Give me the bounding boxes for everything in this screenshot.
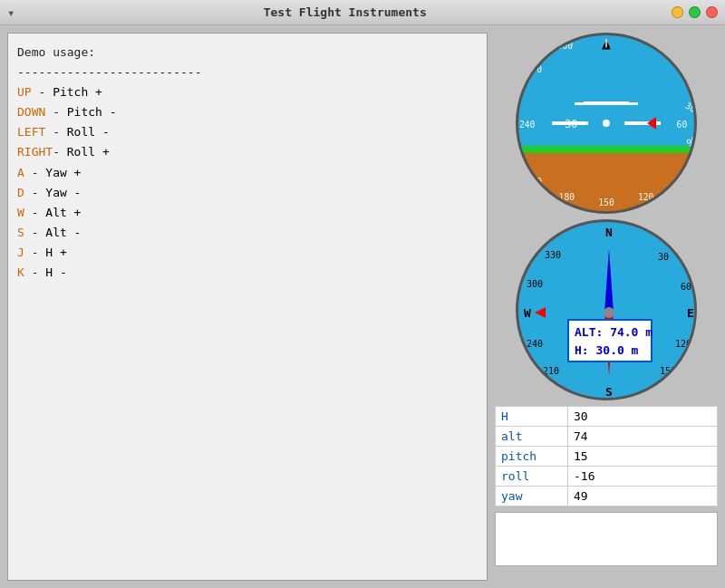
cmd-label: Alt - [45,226,81,239]
cmd-label: Alt + [45,206,81,219]
cmd-label: Yaw + [45,166,81,179]
close-button[interactable] [706,6,718,18]
table-row: yaw49 [496,487,718,506]
demo-line: W - Alt + [17,203,478,223]
cmd-label: Yaw - [45,186,81,199]
left-panel: Demo usage: -------------------------- U… [7,33,488,581]
svg-text:S: S [605,385,613,399]
svg-text:N: N [605,226,613,239]
demo-line: UP - Pitch + [17,82,478,102]
demo-separator: -------------------------- [17,63,478,82]
table-label: yaw [496,487,568,506]
svg-marker-26 [604,249,614,313]
svg-text:ALT:  74.0 m: ALT: 74.0 m [575,325,652,339]
demo-line: DOWN - Pitch - [17,102,478,122]
svg-text:30: 30 [658,252,669,262]
demo-line: RIGHT- Roll + [17,142,478,162]
svg-text:240: 240 [527,339,543,349]
window-menu-arrow[interactable]: ▾ [7,5,14,20]
table-value: 74 [568,427,718,447]
key-label: LEFT [17,125,45,139]
maximize-button[interactable] [689,6,701,18]
window-title: Test Flight Instruments [18,5,672,19]
compass-indicator: N 30 60 E 120 150 S 210 240 W 300 330 [516,219,697,400]
attitude-indicator: 0 30 60 90 120 150 180 210 240 270 300 3… [516,33,697,214]
table-label: pitch [496,447,568,467]
data-table: H30alt74pitch15roll-16yaw49 [495,406,718,506]
demo-line: D - Yaw - [17,183,478,203]
table-label: roll [496,467,568,487]
extra-box [495,512,718,566]
attitude-ground [518,149,694,211]
cmd-label: Pitch + [53,85,102,99]
table-row: pitch15 [496,447,718,467]
demo-line: A - Yaw + [17,163,478,183]
attitude-horizon [518,146,694,153]
pitch-line-mid [584,101,629,104]
attitude-sky [518,35,694,149]
att-wing-left [552,121,588,125]
svg-text:150: 150 [660,366,676,376]
key-label: DOWN [17,105,45,119]
demo-header: Demo usage: [17,43,478,63]
svg-text:W: W [524,306,531,320]
key-label: D [17,186,24,199]
table-value: 15 [568,447,718,467]
key-label: RIGHT [17,145,53,159]
table-value: 49 [568,487,718,506]
table-row: H30 [496,407,718,427]
cmd-label: H + [45,246,66,259]
svg-text:330: 330 [545,250,561,260]
compass-svg: N 30 60 E 120 150 S 210 240 W 300 330 [518,222,697,400]
cmd-label: Roll + [67,145,110,159]
svg-text:H:   30.0 m: H: 30.0 m [575,343,639,357]
demo-line: LEFT - Roll - [17,122,478,142]
key-label: W [17,206,24,219]
key-label: UP [17,85,32,99]
svg-text:E: E [687,306,694,320]
svg-text:300: 300 [527,279,543,289]
table-label: H [496,407,568,427]
title-bar: ▾ Test Flight Instruments [0,0,725,25]
svg-text:120: 120 [675,339,691,349]
att-center-dot [603,120,610,127]
att-red-marker [647,117,656,130]
svg-text:210: 210 [543,366,559,376]
cmd-label: Roll - [67,125,110,139]
table-row: alt74 [496,427,718,447]
key-label: A [17,166,24,179]
key-label: J [17,246,24,259]
table-label: alt [496,427,568,447]
minimize-button[interactable] [672,6,683,18]
demo-box: Demo usage: -------------------------- U… [7,33,488,581]
demo-line: J - H + [17,243,478,263]
svg-text:60: 60 [681,282,691,292]
key-label: K [17,265,24,279]
svg-point-29 [604,307,614,318]
demo-line: K - H - [17,263,478,283]
demo-line: S - Alt - [17,223,478,243]
svg-marker-28 [535,307,546,318]
cmd-label: Pitch - [67,105,117,119]
table-value: 30 [568,407,718,427]
key-label: S [17,226,24,239]
table-value: -16 [568,467,718,487]
cmd-label: H - [45,265,66,279]
right-panel: 0 30 60 90 120 150 180 210 240 270 300 3… [495,33,718,581]
table-row: roll-16 [496,467,718,487]
window-controls [672,6,718,18]
